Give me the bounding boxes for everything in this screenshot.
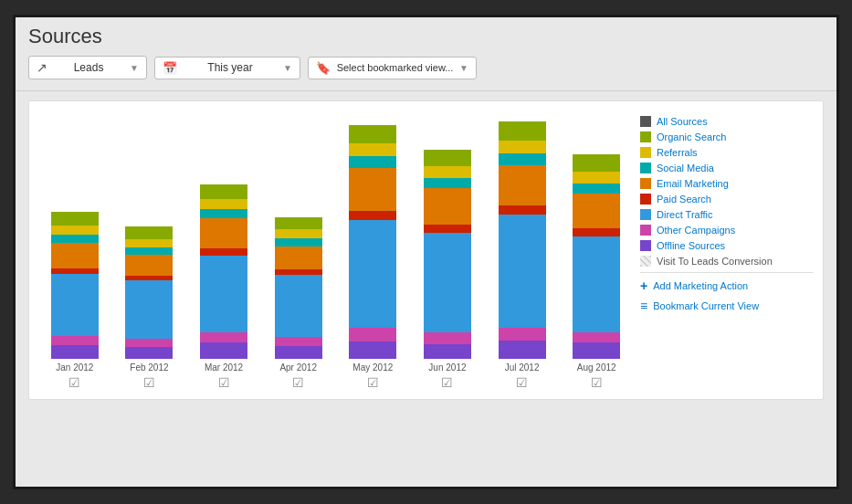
legend-item[interactable]: Paid Search — [640, 194, 814, 205]
bar-group — [341, 125, 406, 359]
bar-segment-referrals — [349, 143, 396, 156]
bar-icons: ☑☑☑☑☑☑☑☑ — [38, 375, 629, 390]
bar-segment-organic — [125, 226, 173, 239]
bar-segment-referrals — [200, 199, 247, 209]
bar-group — [42, 212, 108, 359]
visit-conversion-color — [640, 256, 651, 267]
bar-segment-organic — [499, 121, 546, 141]
bar-segment-referrals — [424, 166, 471, 178]
legend-item[interactable]: Referrals — [640, 147, 814, 158]
bar-segment-email — [51, 243, 99, 268]
bar-segment-direct — [51, 274, 99, 337]
action-label: Bookmark Current View — [653, 300, 759, 311]
view-dropdown[interactable]: 🔖 Select bookmarked view... ▼ — [308, 57, 477, 79]
bar-checkbox-icon[interactable]: ☑ — [42, 375, 108, 390]
legend-label: Social Media — [657, 163, 714, 173]
bar-segment-organic — [200, 184, 247, 199]
bar-segment-offline — [499, 341, 546, 359]
bar-segment-email — [125, 255, 173, 277]
bar-segment-direct — [275, 275, 322, 338]
bar-segment-other_campaigns — [424, 332, 471, 344]
calendar-icon: 📅 — [163, 61, 177, 75]
page-title: Sources — [28, 25, 824, 48]
bar-group — [489, 121, 555, 359]
stacked-bar[interactable] — [424, 150, 471, 359]
legend-item[interactable]: Social Media — [640, 163, 814, 173]
period-dropdown[interactable]: 📅 This year ▼ — [154, 57, 300, 79]
bar-segment-social — [51, 235, 99, 243]
bar-segment-other_campaigns — [275, 337, 322, 346]
bar-group — [563, 154, 629, 359]
bar-segment-organic — [275, 217, 322, 229]
bar-segment-organic — [424, 150, 471, 166]
bar-checkbox-icon[interactable]: ☑ — [117, 375, 183, 390]
bar-checkbox-icon[interactable]: ☑ — [563, 375, 629, 390]
bar-checkbox-icon[interactable]: ☑ — [266, 375, 331, 390]
legend-item[interactable]: Email Marketing — [640, 178, 814, 189]
legend-color-box — [640, 240, 651, 251]
bar-segment-social — [349, 156, 396, 168]
legend-action-item[interactable]: +Add Marketing Action — [640, 278, 814, 293]
bar-segment-organic — [349, 125, 396, 143]
bar-checkbox-icon[interactable]: ☑ — [191, 375, 257, 390]
legend-color-box — [640, 131, 651, 142]
metric-dropdown[interactable]: ↗ Leads ▼ — [28, 56, 147, 79]
bar-segment-offline — [200, 342, 247, 359]
legend-color-box — [640, 163, 651, 173]
chart-area: Jan 2012Feb 2012Mar 2012Apr 2012May 2012… — [28, 100, 824, 400]
bars-container — [38, 112, 629, 359]
bar-segment-paid — [499, 205, 546, 215]
period-arrow: ▼ — [283, 63, 292, 73]
bar-segment-paid — [349, 211, 396, 220]
legend-item[interactable]: Other Campaigns — [640, 225, 814, 236]
bar-checkbox-icon[interactable]: ☑ — [489, 375, 555, 390]
bar-group — [266, 217, 331, 359]
bar-segment-direct — [349, 220, 396, 328]
stacked-bar[interactable] — [349, 125, 396, 359]
bookmark-icon: 🔖 — [316, 61, 331, 75]
legend-item[interactable]: Offline Sources — [640, 240, 814, 251]
bar-segment-organic — [51, 212, 99, 226]
legend-label: Other Campaigns — [657, 225, 735, 236]
legend-item[interactable]: All Sources — [640, 116, 814, 127]
main-container: Sources ↗ Leads ▼ 📅 This year ▼ 🔖 Select… — [13, 15, 839, 489]
stacked-bar[interactable] — [125, 226, 173, 359]
stacked-bar[interactable] — [499, 121, 546, 359]
bar-segment-referrals — [499, 141, 546, 153]
bar-segment-offline — [125, 347, 173, 359]
legend-separator — [640, 272, 814, 273]
bar-labels: Jan 2012Feb 2012Mar 2012Apr 2012May 2012… — [38, 362, 629, 373]
legend-action-item[interactable]: ≡Bookmark Current View — [640, 299, 814, 313]
bar-group — [117, 226, 183, 359]
bar-segment-offline — [573, 342, 620, 359]
legend-label: Referrals — [657, 147, 698, 158]
metric-label: Leads — [74, 61, 104, 74]
bar-segment-direct — [499, 215, 546, 329]
stacked-bar[interactable] — [573, 154, 620, 359]
bar-segment-other_campaigns — [200, 332, 247, 342]
bar-group — [415, 150, 480, 359]
chart-main: Jan 2012Feb 2012Mar 2012Apr 2012May 2012… — [38, 112, 629, 390]
visit-conversion-label: Visit To Leads Conversion — [657, 256, 773, 267]
bar-segment-paid — [424, 225, 471, 233]
legend-color-box — [640, 116, 651, 127]
bar-segment-email — [499, 165, 546, 205]
legend-item[interactable]: Organic Search — [640, 131, 814, 142]
toolbar: ↗ Leads ▼ 📅 This year ▼ 🔖 Select bookmar… — [28, 56, 824, 85]
legend-item[interactable]: Direct Traffic — [640, 209, 814, 220]
bar-segment-organic — [573, 154, 620, 172]
bar-checkbox-icon[interactable]: ☑ — [415, 375, 480, 390]
stacked-bar[interactable] — [275, 217, 322, 359]
legend-label: All Sources — [657, 116, 708, 127]
stacked-bar[interactable] — [200, 184, 247, 359]
bar-month-label: Jul 2012 — [489, 362, 555, 373]
legend-label: Paid Search — [657, 194, 711, 205]
bar-checkbox-icon[interactable]: ☑ — [341, 375, 406, 390]
bar-month-label: Jan 2012 — [42, 362, 108, 373]
visit-conversion-item[interactable]: Visit To Leads Conversion — [640, 256, 814, 267]
stacked-bar[interactable] — [51, 212, 99, 359]
bar-month-label: Mar 2012 — [191, 362, 257, 373]
bar-month-label: Jun 2012 — [415, 362, 480, 373]
bar-segment-social — [424, 178, 471, 188]
page-header: Sources ↗ Leads ▼ 📅 This year ▼ 🔖 Select… — [16, 17, 836, 91]
